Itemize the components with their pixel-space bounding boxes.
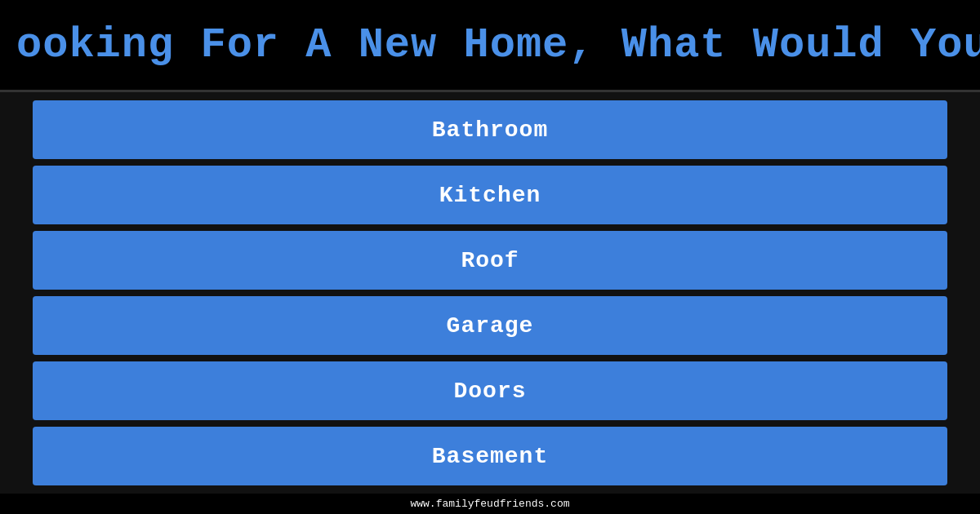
answer-row-6[interactable]: Basement — [33, 427, 947, 485]
question-header: ooking For A New Home, What Would You Be… — [0, 0, 980, 90]
answer-text-3: Roof — [461, 248, 519, 273]
answer-text-4: Garage — [447, 313, 534, 339]
answer-text-2: Kitchen — [439, 183, 541, 208]
answer-text-6: Basement — [432, 444, 548, 469]
answer-row-5[interactable]: Doors — [33, 361, 947, 420]
answer-text-5: Doors — [453, 379, 526, 404]
footer-url: www.familyfeudfriends.com — [410, 498, 569, 510]
answer-row-2[interactable]: Kitchen — [33, 166, 947, 224]
answer-row-4[interactable]: Garage — [33, 296, 947, 355]
answer-row-1[interactable]: Bathroom — [33, 100, 947, 159]
answer-text-1: Bathroom — [432, 117, 548, 143]
answers-container: BathroomKitchenRoofGarageDoorsBasement — [0, 92, 980, 494]
question-text: ooking For A New Home, What Would You Be… — [16, 21, 980, 69]
answer-row-3[interactable]: Roof — [33, 231, 947, 290]
footer: www.familyfeudfriends.com — [0, 494, 980, 514]
